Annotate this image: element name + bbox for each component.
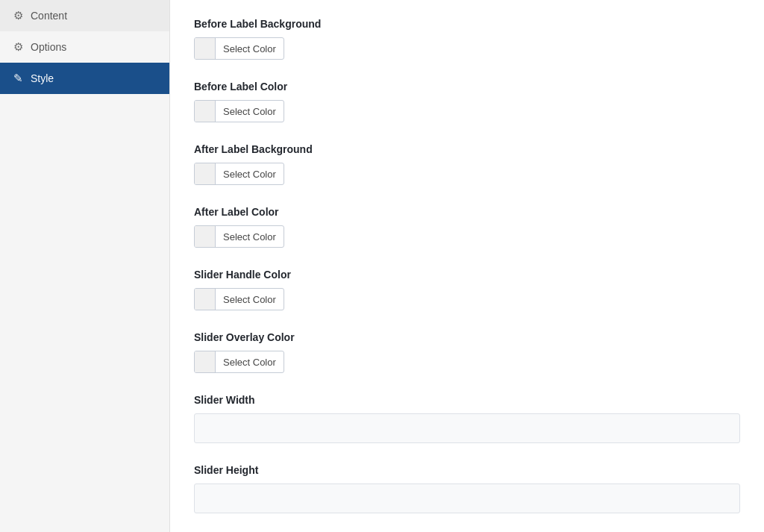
field-label-slider-width: Slider Width [194, 394, 740, 406]
sidebar-item-options[interactable]: Options [0, 31, 169, 63]
gear-icon [13, 9, 23, 22]
color-swatch-after-label-color [195, 226, 216, 247]
color-picker-after-label-bg[interactable]: Select Color [194, 163, 284, 185]
color-swatch-slider-overlay-color [195, 351, 216, 372]
field-label-slider-handle-color: Slider Handle Color [194, 269, 740, 281]
field-before-label-bg: Before Label Background Select Color [194, 18, 740, 60]
sidebar-item-content[interactable]: Content [0, 0, 169, 31]
color-picker-before-label-color[interactable]: Select Color [194, 100, 284, 122]
color-picker-after-label-color[interactable]: Select Color [194, 225, 284, 248]
slider-height-input[interactable] [194, 484, 740, 513]
sidebar-item-style[interactable]: Style [0, 63, 169, 94]
field-label-slider-overlay-color: Slider Overlay Color [194, 331, 740, 343]
color-btn-label-after-label-bg: Select Color [216, 169, 284, 180]
sidebar-item-label: Style [31, 72, 54, 84]
slider-width-input[interactable] [194, 413, 740, 443]
field-slider-height: Slider Height [194, 464, 740, 513]
sidebar-item-label: Options [31, 41, 66, 53]
field-after-label-color: After Label Color Select Color [194, 206, 740, 248]
color-swatch-before-label-color [195, 101, 216, 122]
gear-icon [13, 40, 23, 54]
color-btn-label-before-label-color: Select Color [216, 106, 284, 117]
field-label-after-label-bg: After Label Background [194, 143, 740, 155]
pencil-icon [13, 72, 23, 85]
color-swatch-slider-handle-color [195, 289, 216, 310]
field-label-before-label-bg: Before Label Background [194, 18, 740, 30]
main-content: Before Label Background Select Color Bef… [170, 0, 764, 532]
field-label-after-label-color: After Label Color [194, 206, 740, 218]
field-slider-width: Slider Width [194, 394, 740, 443]
color-btn-label-slider-handle-color: Select Color [216, 294, 284, 305]
field-after-label-bg: After Label Background Select Color [194, 143, 740, 185]
color-btn-label-after-label-color: Select Color [216, 231, 284, 242]
field-label-before-label-color: Before Label Color [194, 81, 740, 93]
color-btn-label-slider-overlay-color: Select Color [216, 357, 284, 368]
color-picker-slider-overlay-color[interactable]: Select Color [194, 351, 284, 373]
color-swatch-after-label-bg [195, 163, 216, 184]
color-picker-slider-handle-color[interactable]: Select Color [194, 288, 284, 310]
color-swatch-before-label-bg [195, 38, 216, 59]
color-picker-before-label-bg[interactable]: Select Color [194, 37, 284, 60]
field-label-slider-height: Slider Height [194, 464, 740, 476]
field-slider-handle-color: Slider Handle Color Select Color [194, 269, 740, 310]
sidebar-item-label: Content [31, 10, 67, 22]
color-btn-label-before-label-bg: Select Color [216, 43, 284, 54]
field-before-label-color: Before Label Color Select Color [194, 81, 740, 122]
sidebar: Content Options Style [0, 0, 170, 532]
field-slider-overlay-color: Slider Overlay Color Select Color [194, 331, 740, 373]
